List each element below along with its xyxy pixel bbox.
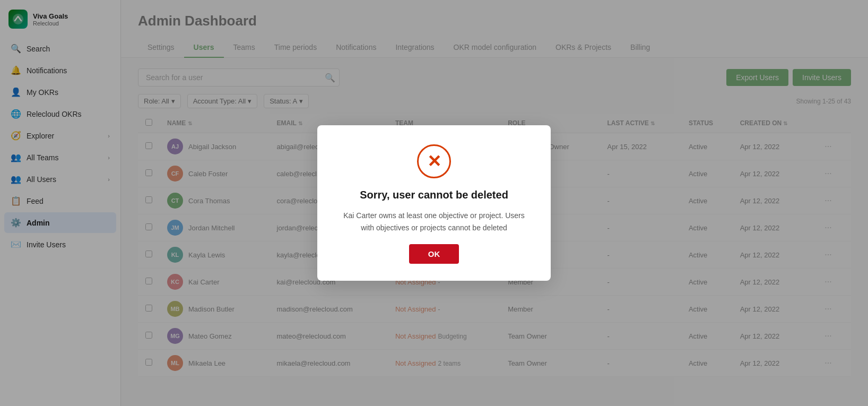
dialog-title: Sorry, user cannot be deleted	[360, 189, 508, 201]
dialog-body: Kai Carter owns at least one objective o…	[338, 210, 530, 234]
error-dialog: ✕ Sorry, user cannot be deleted Kai Cart…	[317, 125, 551, 281]
dialog-ok-button[interactable]: OK	[409, 244, 459, 264]
modal-overlay: ✕ Sorry, user cannot be deleted Kai Cart…	[0, 0, 868, 406]
error-icon: ✕	[417, 144, 451, 178]
